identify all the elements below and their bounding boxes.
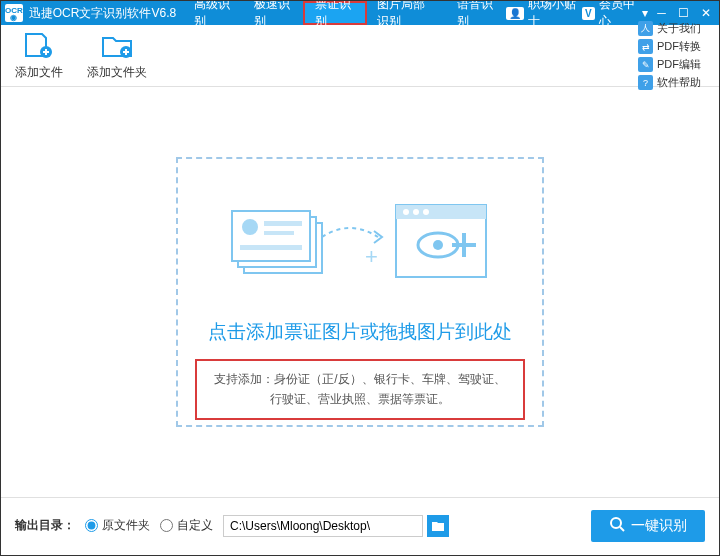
tab-voice[interactable]: 语音识别: [447, 1, 507, 25]
add-file-button[interactable]: 添加文件: [15, 30, 63, 81]
radio-custom[interactable]: 自定义: [160, 517, 213, 534]
svg-point-13: [413, 209, 419, 215]
tab-fast[interactable]: 极速识别: [244, 1, 304, 25]
add-file-icon: [22, 30, 56, 60]
top-tabs: 高级识别 极速识别 票证识别 图片局部识别 语音识别: [184, 1, 506, 25]
edit-icon: ✎: [638, 57, 653, 72]
person-icon: 人: [638, 21, 653, 36]
svg-point-14: [423, 209, 429, 215]
chevron-down-icon[interactable]: ▾: [642, 6, 648, 20]
svg-text:+: +: [365, 244, 378, 269]
drop-zone[interactable]: + 点击添加票证图片或拖拽图片到此处 支持添加：身份证（正/反）、银行卡、车牌、…: [176, 157, 544, 427]
dropzone-support-text: 支持添加：身份证（正/反）、银行卡、车牌、驾驶证、行驶证、营业执照、票据等票证。: [195, 359, 525, 420]
svg-rect-4: [232, 211, 310, 261]
app-logo: OCR◉: [5, 4, 23, 22]
svg-rect-6: [264, 221, 302, 226]
radio-custom-input[interactable]: [160, 519, 173, 532]
side-buttons: 人关于我们 ⇄PDF转换 ✎PDF编辑 ?软件帮助: [634, 20, 705, 91]
main-area: + 点击添加票证图片或拖拽图片到此处 支持添加：身份证（正/反）、银行卡、车牌、…: [1, 87, 719, 497]
title-bar: OCR◉ 迅捷OCR文字识别软件V6.8 高级识别 极速识别 票证识别 图片局部…: [1, 1, 719, 25]
svg-rect-11: [396, 205, 486, 219]
user-icon[interactable]: 👤: [506, 7, 524, 20]
add-folder-label: 添加文件夹: [87, 64, 147, 81]
add-folder-icon: [100, 30, 134, 60]
pdf-convert-button[interactable]: ⇄PDF转换: [634, 38, 705, 55]
toolbar: 添加文件 添加文件夹 人关于我们 ⇄PDF转换 ✎PDF编辑 ?软件帮助: [1, 25, 719, 87]
radio-source-input[interactable]: [85, 519, 98, 532]
help-link[interactable]: 职场小贴士: [528, 0, 578, 30]
output-path-input[interactable]: [223, 515, 423, 537]
svg-point-17: [611, 518, 621, 528]
dropzone-headline: 点击添加票证图片或拖拽图片到此处: [208, 319, 512, 345]
about-button[interactable]: 人关于我们: [634, 20, 705, 37]
tab-ticket[interactable]: 票证识别: [303, 1, 367, 25]
browse-folder-button[interactable]: [427, 515, 449, 537]
add-file-label: 添加文件: [15, 64, 63, 81]
output-label: 输出目录：: [15, 517, 75, 534]
vip-badge-icon: V: [582, 7, 595, 20]
help-icon: ?: [638, 75, 653, 90]
pdf-edit-button[interactable]: ✎PDF编辑: [634, 56, 705, 73]
svg-rect-8: [240, 245, 302, 250]
soft-help-button[interactable]: ?软件帮助: [634, 74, 705, 91]
svg-point-5: [242, 219, 258, 235]
folder-icon: [431, 520, 445, 532]
radio-source-folder[interactable]: 原文件夹: [85, 517, 150, 534]
dropzone-illustration: +: [220, 189, 500, 299]
search-icon: [609, 516, 625, 535]
bottom-bar: 输出目录： 原文件夹 自定义 一键识别: [1, 497, 719, 553]
convert-icon: ⇄: [638, 39, 653, 54]
svg-point-12: [403, 209, 409, 215]
recognize-button[interactable]: 一键识别: [591, 510, 705, 542]
add-folder-button[interactable]: 添加文件夹: [87, 30, 147, 81]
recognize-label: 一键识别: [631, 517, 687, 535]
tab-advanced[interactable]: 高级识别: [184, 1, 244, 25]
app-title: 迅捷OCR文字识别软件V6.8: [29, 5, 176, 22]
svg-rect-7: [264, 231, 294, 235]
tab-partial[interactable]: 图片局部识别: [367, 1, 446, 25]
vip-link[interactable]: 会员中心: [599, 0, 639, 30]
svg-point-16: [433, 240, 443, 250]
